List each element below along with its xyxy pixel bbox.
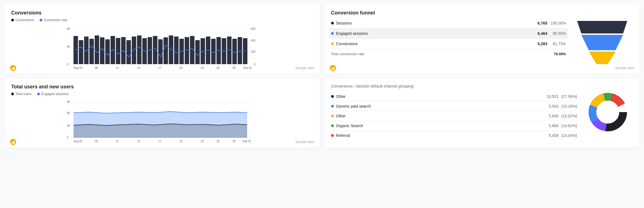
svg-rect-34 [238, 37, 242, 64]
svg-rect-41 [331, 68, 332, 70]
funnel-band-conversions [589, 52, 616, 64]
users-svg: 9K 6K 3K 0 Aug 05 08 11 14 [11, 99, 313, 143]
svg-rect-7 [95, 35, 99, 64]
x-14: 14 [137, 66, 140, 69]
conversions-title: Conversions [11, 10, 313, 16]
channel-text-3: Organic Search [336, 124, 363, 128]
channel-table: Conversions / Session default channel gr… [331, 84, 577, 140]
svg-rect-50 [13, 141, 14, 144]
total-users-legend-label-1: Total users [15, 92, 31, 96]
svg-rect-49 [11, 142, 12, 144]
conversions-legend: Conversions Conversion rate [11, 18, 313, 22]
svg-rect-10 [111, 36, 115, 64]
x2-aug05: Aug 05 [74, 140, 82, 143]
users-chart: 9K 6K 3K 0 Aug 05 08 11 14 [11, 99, 313, 143]
channel-value-4: 5,458 (14.04%) [544, 133, 577, 138]
x-29: 29 [232, 66, 236, 69]
svg-rect-21 [169, 35, 173, 64]
channel-row-3: Organic Search 5,684 (14.62%) [331, 121, 577, 131]
svg-rect-51 [14, 141, 15, 144]
svg-rect-20 [164, 37, 168, 64]
svg-rect-4 [79, 40, 83, 64]
funnel-sample-data: Sample data [615, 66, 634, 70]
x2-14: 14 [137, 140, 140, 143]
channel-donut-visual [583, 84, 633, 140]
channel-grouping-card: Conversions / Session default channel gr… [324, 78, 640, 148]
total-users-legend-item-2: Engaged sessions [37, 92, 69, 96]
svg-rect-37 [11, 68, 12, 70]
channel-label-3: Organic Search [331, 124, 544, 128]
funnel-text-conversions: Conversions [336, 42, 358, 46]
conversions-card: Conversions Conversions Conversion rate … [4, 4, 320, 74]
svg-rect-3 [74, 36, 78, 64]
conversion-funnel-card: Conversion funnel Sessions 6,765 100.00% [324, 4, 640, 74]
funnel-band-sessions [577, 21, 627, 33]
funnel-dot-sessions [331, 22, 334, 25]
conversions-dot-2 [40, 19, 42, 21]
channel-row-0: Other 10,521 (27.06%) [331, 92, 577, 101]
funnel-value-sessions: 6,765 [538, 21, 547, 25]
funnel-pct-conversions: 81.73% [551, 42, 566, 46]
channel-label-4: Referral [331, 133, 544, 138]
channel-row-4: Referral 5,458 (14.04%) [331, 131, 577, 140]
total-users-dot-1 [11, 93, 14, 95]
svg-rect-29 [211, 39, 216, 64]
x-08: 08 [95, 66, 98, 69]
svg-rect-9 [105, 39, 110, 64]
channel-value-1: 5,933 (15.26%) [544, 104, 577, 108]
funnel-pct-sessions: 100.00% [551, 21, 566, 25]
svg-rect-22 [174, 37, 179, 64]
total-users-legend: Total users Engaged sessions [11, 92, 313, 96]
users-sample-data: Sample data [295, 140, 314, 144]
total-users-area [74, 124, 247, 138]
y-axis-left-0: 0 [67, 63, 69, 66]
x-20: 20 [179, 66, 183, 69]
svg-rect-11 [116, 38, 120, 64]
conversions-sample-data: Sample data [295, 66, 314, 70]
svg-rect-14 [132, 37, 136, 64]
channel-text-1: Generic paid search [336, 104, 371, 108]
channel-row-2: Other 5,840 (15.02%) [331, 111, 577, 121]
funnel-label-sessions: Sessions [331, 21, 538, 25]
y-axis-right-600: 600 [251, 27, 256, 30]
x2-20: 20 [179, 140, 183, 143]
x2-08: 08 [95, 140, 98, 143]
svg-rect-42 [332, 67, 333, 70]
funnel-pct-engaged: 95.55% [551, 31, 566, 36]
x2-sep01: Sep 01 [242, 140, 251, 143]
conversions-chart: 6K 3K 0 600 400 200 0 [11, 25, 313, 69]
svg-rect-15 [137, 35, 142, 64]
channel-value-3: 5,684 (14.62%) [544, 124, 577, 128]
conversions-legend-item-1: Conversions [11, 18, 34, 22]
channel-value-2: 5,840 (15.02%) [544, 114, 577, 118]
channel-row-1: Generic paid search 5,933 (15.26%) [331, 101, 577, 111]
donut-svg [584, 88, 631, 136]
svg-rect-38 [13, 67, 14, 70]
y-3k: 3K [67, 124, 71, 127]
funnel-content: Sessions 6,765 100.00% Engaged sessions … [331, 18, 633, 68]
svg-rect-18 [153, 36, 157, 64]
x-23: 23 [201, 66, 204, 69]
y-0: 0 [67, 136, 69, 139]
funnel-text-sessions: Sessions [336, 21, 352, 25]
total-users-title: Total users and new users [11, 84, 313, 90]
funnel-visual [572, 18, 633, 68]
channel-dot-0 [331, 95, 334, 98]
channel-value-0: 10,521 (27.06%) [544, 94, 577, 99]
total-users-card: Total users and new users Total users En… [4, 78, 320, 148]
funnel-row-sessions: Sessions 6,765 100.00% [331, 18, 566, 28]
x2-11: 11 [116, 140, 119, 143]
svg-rect-13 [127, 40, 131, 64]
funnel-dot-engaged [331, 32, 334, 35]
channel-label-2: Other [331, 114, 544, 118]
funnel-total-value: 78.09% [554, 52, 566, 56]
total-users-legend-item-1: Total users [11, 92, 31, 96]
funnel-label-conversions: Conversions [331, 42, 538, 46]
bar-group [74, 35, 247, 64]
funnel-label-engaged: Engaged sessions [331, 31, 538, 36]
users-chart-icon [10, 139, 16, 145]
funnel-band-engaged [581, 35, 623, 50]
x-17: 17 [158, 66, 162, 69]
svg-rect-6 [89, 39, 94, 64]
funnel-total-row: Total conversion rate 78.09% [331, 49, 566, 59]
